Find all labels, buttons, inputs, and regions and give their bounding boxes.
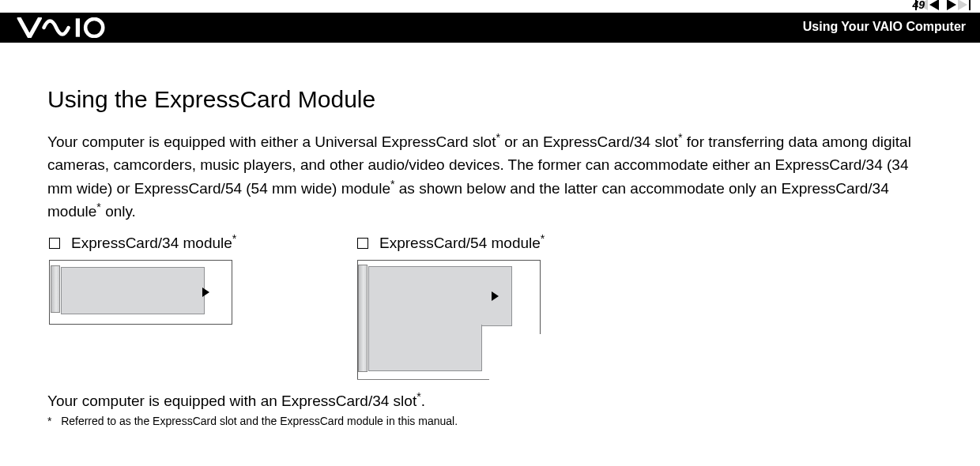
intro-text-5: only. (101, 203, 136, 220)
card34-bullet: ExpressCard/34 module* (49, 235, 286, 252)
top-utility-bar: 49 (0, 0, 980, 13)
closing-text-2: . (421, 393, 425, 409)
footnote-line: * Referred to as the ExpressCard slot an… (47, 415, 933, 427)
bullet-square-icon (357, 238, 368, 249)
card54-column: ExpressCard/54 module* (357, 235, 594, 378)
insert-arrow-icon (202, 287, 209, 297)
nav-prev-icon[interactable] (929, 0, 939, 10)
nav-last-bar-icon[interactable] (969, 0, 971, 10)
insert-arrow-icon (492, 291, 499, 301)
bullet-square-icon (49, 238, 60, 249)
svg-rect-0 (76, 18, 80, 36)
card34-label: ExpressCard/34 module* (71, 235, 236, 252)
document-body: Using the ExpressCard Module Your comput… (0, 43, 980, 427)
vaio-logo-icon (14, 17, 125, 41)
nav-next-ghost-icon (958, 0, 967, 10)
card-body-ext-shape (368, 325, 482, 371)
expresscard-54-figure (357, 260, 539, 378)
card-connector-icon (51, 265, 60, 313)
footnote-sup-icon: * (541, 231, 545, 244)
card34-column: ExpressCard/34 module* (49, 235, 286, 378)
card54-bullet: ExpressCard/54 module* (357, 235, 594, 252)
intro-text-2: or an ExpressCard/34 slot (500, 133, 678, 150)
intro-text-1: Your computer is equipped with either a … (47, 133, 496, 150)
card-connector-icon (358, 265, 368, 372)
closing-paragraph: Your computer is equipped with an Expres… (47, 393, 933, 410)
header-band: Using Your VAIO Computer (0, 13, 980, 43)
expresscard-34-figure (49, 260, 232, 325)
nav-arrows (915, 0, 971, 10)
footnote-sup-icon: * (232, 231, 237, 244)
nav-next-icon[interactable] (947, 0, 956, 10)
footnote-marker: * (47, 415, 51, 427)
nav-prev-ghost-icon (918, 0, 928, 10)
svg-point-1 (85, 19, 103, 36)
nav-first-bar-icon[interactable] (915, 0, 917, 10)
closing-text-1: Your computer is equipped with an Expres… (47, 393, 416, 409)
section-title: Using Your VAIO Computer (803, 20, 966, 34)
intro-paragraph: Your computer is equipped with either a … (47, 130, 933, 224)
card-figures-row: ExpressCard/34 module* ExpressCard/54 mo… (49, 235, 933, 378)
card54-label: ExpressCard/54 module* (379, 235, 545, 252)
page-root: 49 Using Your VAIO Computer Using the Ex… (0, 0, 980, 466)
footnote-text: Referred to as the ExpressCard slot and … (61, 415, 458, 427)
card-body-shape (61, 267, 205, 314)
card-body-shape (368, 266, 512, 326)
page-title: Using the ExpressCard Module (47, 86, 933, 113)
